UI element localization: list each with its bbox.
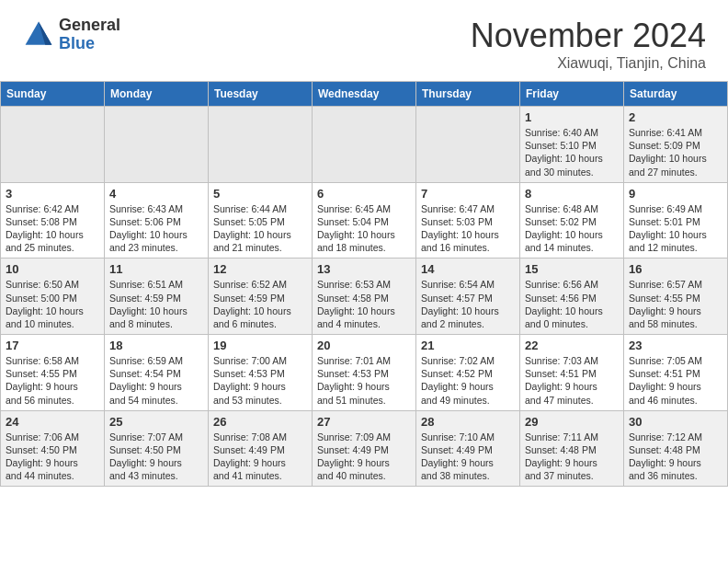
- location-title: Xiawuqi, Tianjin, China: [471, 55, 706, 72]
- calendar-day-cell: 25Sunrise: 7:07 AM Sunset: 4:50 PM Dayli…: [105, 410, 209, 487]
- calendar-day-cell: 28Sunrise: 7:10 AM Sunset: 4:49 PM Dayli…: [416, 410, 520, 487]
- day-info: Sunrise: 6:53 AM Sunset: 4:58 PM Dayligh…: [317, 278, 411, 330]
- calendar-day-cell: [1, 107, 105, 183]
- calendar-day-cell: 8Sunrise: 6:48 AM Sunset: 5:02 PM Daylig…: [520, 182, 624, 259]
- weekday-header: Sunday: [1, 82, 105, 107]
- day-info: Sunrise: 6:59 AM Sunset: 4:54 PM Dayligh…: [109, 354, 203, 407]
- day-info: Sunrise: 6:52 AM Sunset: 4:59 PM Dayligh…: [213, 278, 307, 330]
- day-info: Sunrise: 7:09 AM Sunset: 4:49 PM Dayligh…: [317, 431, 411, 483]
- day-info: Sunrise: 6:44 AM Sunset: 5:05 PM Dayligh…: [213, 202, 307, 255]
- day-number: 19: [213, 339, 307, 352]
- day-number: 9: [629, 187, 722, 201]
- calendar-table: SundayMondayTuesdayWednesdayThursdayFrid…: [0, 81, 728, 487]
- day-info: Sunrise: 7:07 AM Sunset: 4:50 PM Dayligh…: [109, 431, 203, 483]
- calendar-day-cell: 11Sunrise: 6:51 AM Sunset: 4:59 PM Dayli…: [105, 259, 209, 335]
- day-info: Sunrise: 7:10 AM Sunset: 4:49 PM Dayligh…: [421, 431, 515, 483]
- calendar-day-cell: 5Sunrise: 6:44 AM Sunset: 5:05 PM Daylig…: [209, 182, 313, 259]
- title-block: November 2024 Xiawuqi, Tianjin, China: [471, 17, 706, 72]
- calendar-day-cell: 6Sunrise: 6:45 AM Sunset: 5:04 PM Daylig…: [313, 182, 416, 259]
- day-number: 8: [525, 187, 619, 201]
- calendar-day-cell: 1Sunrise: 6:40 AM Sunset: 5:10 PM Daylig…: [520, 107, 624, 183]
- day-number: 22: [525, 339, 619, 352]
- calendar-day-cell: 3Sunrise: 6:42 AM Sunset: 5:08 PM Daylig…: [1, 182, 105, 259]
- day-number: 2: [629, 110, 722, 124]
- day-info: Sunrise: 6:49 AM Sunset: 5:01 PM Dayligh…: [629, 202, 722, 255]
- calendar-week-row: 24Sunrise: 7:06 AM Sunset: 4:50 PM Dayli…: [1, 410, 728, 487]
- day-number: 5: [213, 187, 307, 201]
- day-info: Sunrise: 6:41 AM Sunset: 5:09 PM Dayligh…: [629, 126, 722, 178]
- calendar-day-cell: 7Sunrise: 6:47 AM Sunset: 5:03 PM Daylig…: [416, 182, 520, 259]
- calendar-day-cell: 19Sunrise: 7:00 AM Sunset: 4:53 PM Dayli…: [209, 335, 313, 411]
- day-number: 3: [6, 187, 99, 201]
- day-info: Sunrise: 6:42 AM Sunset: 5:08 PM Dayligh…: [6, 202, 99, 255]
- day-info: Sunrise: 6:57 AM Sunset: 4:55 PM Dayligh…: [629, 278, 722, 330]
- calendar-day-cell: 30Sunrise: 7:12 AM Sunset: 4:48 PM Dayli…: [624, 410, 728, 487]
- calendar-day-cell: 17Sunrise: 6:58 AM Sunset: 4:55 PM Dayli…: [1, 335, 105, 411]
- day-number: 26: [213, 415, 307, 429]
- day-number: 15: [525, 262, 619, 276]
- day-number: 18: [109, 339, 203, 352]
- calendar-day-cell: 20Sunrise: 7:01 AM Sunset: 4:53 PM Dayli…: [313, 335, 416, 411]
- day-info: Sunrise: 6:58 AM Sunset: 4:55 PM Dayligh…: [6, 354, 99, 407]
- logo-blue-text: Blue: [59, 35, 120, 53]
- calendar-day-cell: 22Sunrise: 7:03 AM Sunset: 4:51 PM Dayli…: [520, 335, 624, 411]
- day-info: Sunrise: 6:51 AM Sunset: 4:59 PM Dayligh…: [109, 278, 203, 330]
- day-number: 20: [317, 339, 411, 352]
- calendar-day-cell: 23Sunrise: 7:05 AM Sunset: 4:51 PM Dayli…: [624, 335, 728, 411]
- weekday-header: Monday: [105, 82, 209, 107]
- calendar-day-cell: 13Sunrise: 6:53 AM Sunset: 4:58 PM Dayli…: [313, 259, 416, 335]
- day-number: 25: [109, 415, 203, 429]
- calendar-day-cell: 21Sunrise: 7:02 AM Sunset: 4:52 PM Dayli…: [416, 335, 520, 411]
- day-number: 14: [421, 262, 515, 276]
- calendar-week-row: 17Sunrise: 6:58 AM Sunset: 4:55 PM Dayli…: [1, 335, 728, 411]
- logo-icon: [22, 18, 55, 52]
- weekday-header: Friday: [520, 82, 624, 107]
- calendar-day-cell: 18Sunrise: 6:59 AM Sunset: 4:54 PM Dayli…: [105, 335, 209, 411]
- day-number: 24: [6, 415, 99, 429]
- day-number: 7: [421, 187, 515, 201]
- day-info: Sunrise: 7:12 AM Sunset: 4:48 PM Dayligh…: [629, 431, 722, 483]
- day-info: Sunrise: 7:08 AM Sunset: 4:49 PM Dayligh…: [213, 431, 307, 483]
- calendar-day-cell: [313, 107, 416, 183]
- day-number: 30: [629, 415, 722, 429]
- day-number: 13: [317, 262, 411, 276]
- day-info: Sunrise: 6:45 AM Sunset: 5:04 PM Dayligh…: [317, 202, 411, 255]
- day-number: 23: [629, 339, 722, 352]
- day-number: 28: [421, 415, 515, 429]
- calendar-day-cell: 2Sunrise: 6:41 AM Sunset: 5:09 PM Daylig…: [624, 107, 728, 183]
- day-number: 12: [213, 262, 307, 276]
- logo-general-text: General: [59, 17, 120, 35]
- calendar-day-cell: [209, 107, 313, 183]
- day-number: 6: [317, 187, 411, 201]
- day-number: 10: [6, 262, 99, 276]
- calendar-day-cell: 29Sunrise: 7:11 AM Sunset: 4:48 PM Dayli…: [520, 410, 624, 487]
- day-info: Sunrise: 7:00 AM Sunset: 4:53 PM Dayligh…: [213, 354, 307, 407]
- calendar-header-row: SundayMondayTuesdayWednesdayThursdayFrid…: [1, 82, 728, 107]
- day-info: Sunrise: 6:50 AM Sunset: 5:00 PM Dayligh…: [6, 278, 99, 330]
- weekday-header: Thursday: [416, 82, 520, 107]
- calendar-day-cell: 26Sunrise: 7:08 AM Sunset: 4:49 PM Dayli…: [209, 410, 313, 487]
- day-info: Sunrise: 6:48 AM Sunset: 5:02 PM Dayligh…: [525, 202, 619, 255]
- day-info: Sunrise: 7:05 AM Sunset: 4:51 PM Dayligh…: [629, 354, 722, 407]
- weekday-header: Tuesday: [209, 82, 313, 107]
- day-number: 21: [421, 339, 515, 352]
- day-info: Sunrise: 6:54 AM Sunset: 4:57 PM Dayligh…: [421, 278, 515, 330]
- day-number: 17: [6, 339, 99, 352]
- calendar-day-cell: 4Sunrise: 6:43 AM Sunset: 5:06 PM Daylig…: [105, 182, 209, 259]
- day-info: Sunrise: 7:02 AM Sunset: 4:52 PM Dayligh…: [421, 354, 515, 407]
- calendar-day-cell: 9Sunrise: 6:49 AM Sunset: 5:01 PM Daylig…: [624, 182, 728, 259]
- day-info: Sunrise: 7:01 AM Sunset: 4:53 PM Dayligh…: [317, 354, 411, 407]
- page-header: General Blue November 2024 Xiawuqi, Tian…: [0, 0, 728, 81]
- day-info: Sunrise: 7:06 AM Sunset: 4:50 PM Dayligh…: [6, 431, 99, 483]
- calendar-day-cell: 24Sunrise: 7:06 AM Sunset: 4:50 PM Dayli…: [1, 410, 105, 487]
- calendar-day-cell: 14Sunrise: 6:54 AM Sunset: 4:57 PM Dayli…: [416, 259, 520, 335]
- calendar-day-cell: 15Sunrise: 6:56 AM Sunset: 4:56 PM Dayli…: [520, 259, 624, 335]
- calendar-day-cell: 27Sunrise: 7:09 AM Sunset: 4:49 PM Dayli…: [313, 410, 416, 487]
- calendar-day-cell: [416, 107, 520, 183]
- day-info: Sunrise: 6:43 AM Sunset: 5:06 PM Dayligh…: [109, 202, 203, 255]
- day-number: 11: [109, 262, 203, 276]
- day-number: 29: [525, 415, 619, 429]
- day-info: Sunrise: 7:03 AM Sunset: 4:51 PM Dayligh…: [525, 354, 619, 407]
- day-number: 27: [317, 415, 411, 429]
- calendar-week-row: 10Sunrise: 6:50 AM Sunset: 5:00 PM Dayli…: [1, 259, 728, 335]
